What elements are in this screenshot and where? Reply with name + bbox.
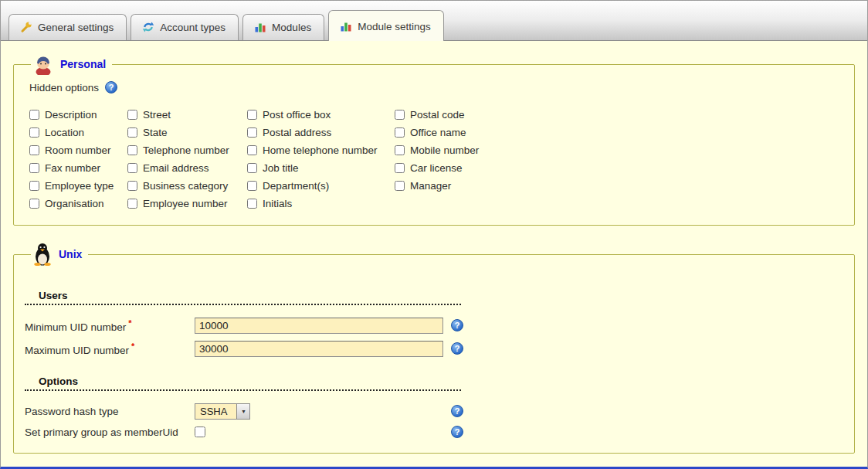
hidden-option-checkbox[interactable] [29, 163, 39, 173]
hidden-option-postal-address[interactable]: Postal address [247, 127, 395, 138]
hidden-option-label: State [143, 127, 168, 138]
hidden-options-row: Hidden options ? [29, 81, 843, 93]
help-icon[interactable]: ? [451, 426, 463, 438]
hidden-option-checkbox[interactable] [247, 110, 257, 120]
hidden-option-checkbox[interactable] [247, 127, 257, 138]
hidden-option-car-license[interactable]: Car license [395, 162, 565, 174]
member-uid-checkbox[interactable] [195, 427, 205, 437]
hidden-option-label: Room number [45, 144, 111, 156]
hidden-option-checkbox[interactable] [127, 110, 137, 120]
hidden-option-office-name[interactable]: Office name [395, 127, 565, 138]
password-hash-label: Password hash type [25, 406, 195, 417]
hidden-option-manager[interactable]: Manager [395, 180, 565, 192]
hidden-option-label: Department(s) [263, 180, 329, 192]
hidden-option-checkbox[interactable] [127, 199, 137, 209]
hidden-option-checkbox[interactable] [247, 163, 257, 173]
password-hash-value: SSHA [195, 404, 236, 419]
min-uid-control [195, 318, 451, 334]
hidden-option-checkbox[interactable] [29, 145, 39, 155]
hidden-option-label: Home telephone number [263, 144, 378, 156]
help-icon[interactable]: ? [451, 319, 463, 331]
hidden-option-checkbox[interactable] [247, 145, 257, 155]
hidden-option-checkbox[interactable] [395, 163, 405, 173]
hidden-option-label: Car license [410, 162, 463, 174]
hidden-option-email-address[interactable]: Email address [127, 162, 247, 174]
tab-label: Modules [272, 22, 311, 33]
hidden-option-state[interactable]: State [127, 127, 247, 138]
hidden-option-checkbox[interactable] [395, 145, 405, 155]
hidden-option-checkbox[interactable] [29, 127, 39, 138]
min-uid-input[interactable] [195, 318, 443, 334]
module-settings-page: General settings Account types [0, 0, 868, 469]
hidden-option-label: Telephone number [143, 144, 229, 156]
hidden-option-label: Street [143, 109, 171, 121]
hidden-option-label: Email address [143, 162, 209, 174]
member-uid-control [195, 427, 451, 437]
hidden-option-checkbox[interactable] [395, 127, 405, 138]
max-uid-row: Maximum UID number* ? [25, 339, 843, 358]
tab-modules[interactable]: Modules [242, 14, 324, 40]
unix-title: Unix [59, 248, 82, 260]
help-icon[interactable]: ? [451, 405, 463, 417]
hidden-option-checkbox[interactable] [395, 181, 405, 191]
hidden-option-department-s-[interactable]: Department(s) [247, 180, 395, 192]
tab-general-settings[interactable]: General settings [8, 14, 127, 40]
max-uid-input[interactable] [195, 341, 443, 357]
hidden-option-description[interactable]: Description [29, 109, 127, 121]
hidden-option-employee-number[interactable]: Employee number [127, 198, 247, 209]
hidden-option-label: Fax number [45, 162, 100, 174]
hidden-option-checkbox[interactable] [127, 181, 137, 191]
tux-icon [32, 243, 53, 266]
hidden-option-postal-code[interactable]: Postal code [395, 109, 565, 121]
max-uid-label: Maximum UID number* [25, 342, 195, 356]
personal-module-section: Personal Hidden options ? DescriptionStr… [13, 53, 855, 226]
member-uid-label: Set primary group as memberUid [25, 427, 195, 438]
hidden-option-location[interactable]: Location [29, 127, 127, 138]
hidden-option-fax-number[interactable]: Fax number [29, 162, 127, 174]
hidden-options-label: Hidden options [29, 82, 99, 93]
min-uid-label: Minimum UID number* [25, 318, 195, 333]
hidden-option-label: Employee number [143, 198, 228, 209]
hidden-option-home-telephone-number[interactable]: Home telephone number [247, 144, 395, 156]
hidden-option-checkbox[interactable] [127, 127, 137, 138]
hidden-option-label: Organisation [45, 198, 104, 209]
hidden-option-telephone-number[interactable]: Telephone number [127, 144, 247, 156]
personal-legend: Personal [31, 53, 112, 75]
hidden-option-room-number[interactable]: Room number [29, 144, 127, 156]
module-settings-icon [340, 20, 352, 32]
help-icon[interactable]: ? [105, 81, 117, 93]
hidden-option-checkbox[interactable] [127, 163, 137, 173]
hidden-option-label: Location [45, 127, 84, 138]
hidden-option-business-category[interactable]: Business category [127, 180, 247, 192]
hidden-option-checkbox[interactable] [247, 181, 257, 191]
hidden-option-checkbox[interactable] [127, 145, 137, 155]
hidden-option-checkbox[interactable] [29, 199, 39, 209]
hidden-option-checkbox[interactable] [29, 110, 39, 120]
unix-legend: Unix [31, 243, 88, 266]
help-icon[interactable]: ? [451, 342, 463, 355]
hidden-option-mobile-number[interactable]: Mobile number [395, 144, 565, 156]
unix-module-section: Unix Users Minimum UID number* ? Maximum… [13, 243, 855, 454]
tab-module-settings[interactable]: Module settings [328, 10, 444, 41]
hidden-option-employee-type[interactable]: Employee type [29, 180, 127, 192]
min-uid-row: Minimum UID number* ? [25, 316, 843, 335]
tab-account-types[interactable]: Account types [131, 14, 239, 40]
hidden-option-organisation[interactable]: Organisation [29, 198, 127, 209]
hidden-option-checkbox[interactable] [395, 110, 405, 120]
hidden-option-initials[interactable]: Initials [247, 198, 395, 209]
users-section-header: Users [25, 287, 461, 305]
password-hash-control: SSHA ▼ [195, 403, 451, 420]
password-hash-select[interactable]: SSHA ▼ [195, 403, 250, 420]
hidden-option-job-title[interactable]: Job title [247, 162, 395, 174]
hidden-option-label: Postal code [410, 109, 465, 121]
hidden-option-label: Post office box [263, 109, 331, 121]
tab-label: General settings [38, 22, 114, 33]
hidden-option-checkbox[interactable] [247, 199, 257, 209]
tab-label: Module settings [358, 21, 431, 32]
hidden-option-post-office-box[interactable]: Post office box [247, 109, 395, 121]
member-uid-row: Set primary group as memberUid ? [25, 423, 843, 441]
personal-title: Personal [60, 58, 106, 70]
hidden-option-checkbox[interactable] [29, 181, 39, 191]
password-hash-row: Password hash type SSHA ▼ ? [25, 402, 843, 420]
hidden-option-street[interactable]: Street [127, 109, 247, 121]
